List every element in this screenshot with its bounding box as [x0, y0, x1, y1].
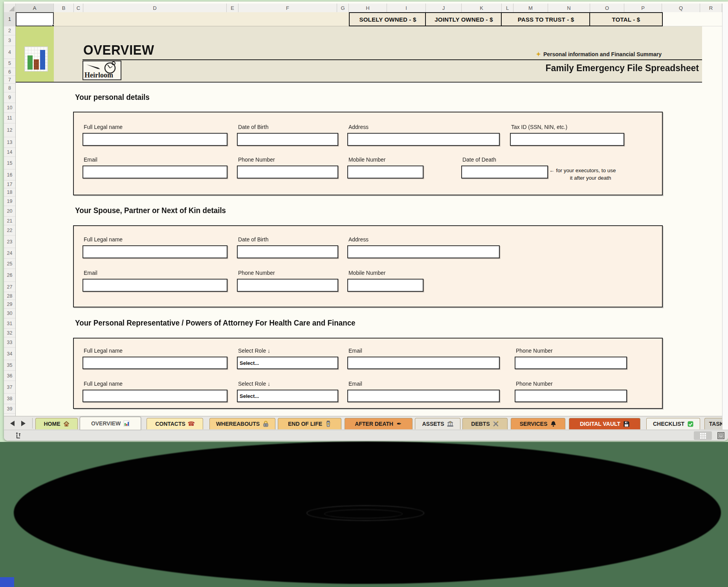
tab-assets[interactable]: ASSETS — [415, 418, 460, 429]
row-header-16[interactable]: 16 — [4, 169, 15, 180]
row-header-12[interactable]: 12 — [4, 123, 15, 137]
row-header-38[interactable]: 38 — [4, 394, 15, 404]
column-header-r[interactable]: R — [700, 4, 722, 12]
row-header-20[interactable]: 20 — [4, 206, 15, 217]
row-header-39[interactable]: 39 — [4, 404, 15, 414]
row-header-18[interactable]: 18 — [4, 188, 15, 197]
text-input-date-of-death[interactable] — [461, 166, 548, 178]
row-header-9[interactable]: 9 — [4, 92, 15, 103]
row-header-32[interactable]: 32 — [4, 329, 15, 337]
row1-blank-cells[interactable] — [54, 12, 349, 26]
tab-debts[interactable]: DEBTS — [462, 418, 508, 429]
row-header-28[interactable]: 28 — [4, 292, 15, 300]
column-header-e[interactable]: E — [227, 4, 238, 12]
tab-contacts[interactable]: CONTACTS☎ — [147, 418, 203, 429]
column-header-p[interactable]: P — [624, 4, 662, 12]
text-input-full-legal-name[interactable] — [83, 390, 227, 402]
financial-header-3[interactable]: TOTAL - $ — [589, 12, 663, 26]
tab-checklist[interactable]: CHECKLIST — [646, 418, 700, 429]
row-header-29[interactable]: 29 — [4, 300, 15, 309]
role-select-dropdown[interactable]: Select... — [237, 390, 338, 402]
column-header-i[interactable]: I — [387, 4, 426, 12]
vertical-scrollbar[interactable] — [722, 4, 728, 430]
selected-cell-a1[interactable] — [16, 12, 54, 26]
normal-view-button[interactable] — [694, 431, 712, 440]
column-header-h[interactable]: H — [349, 4, 387, 12]
column-header-l[interactable]: L — [502, 4, 513, 12]
text-input-full-legal-name[interactable] — [83, 245, 227, 258]
row1-trailing-cells[interactable] — [663, 12, 722, 26]
column-header-f[interactable]: F — [238, 4, 337, 12]
text-input-address[interactable] — [347, 245, 500, 258]
column-header-n[interactable]: N — [548, 4, 590, 12]
row-header-3[interactable]: 3 — [4, 35, 15, 46]
row-header-4[interactable]: 4 — [4, 46, 15, 59]
tab-services[interactable]: SERVICES — [511, 418, 565, 429]
row-header-33[interactable]: 33 — [4, 337, 15, 348]
row-header-30[interactable]: 30 — [4, 309, 15, 318]
financial-header-1[interactable]: JOINTLY OWNED - $ — [425, 12, 502, 26]
text-input-mobile-number[interactable] — [347, 166, 424, 178]
row-header-23[interactable]: 23 — [4, 236, 15, 248]
row-header-15[interactable]: 15 — [4, 157, 15, 169]
column-header-m[interactable]: M — [513, 4, 548, 12]
row-header-11[interactable]: 11 — [4, 113, 15, 123]
row-header-14[interactable]: 14 — [4, 148, 15, 157]
column-header-o[interactable]: O — [590, 4, 624, 12]
column-header-j[interactable]: J — [426, 4, 462, 12]
row-header-34[interactable]: 34 — [4, 348, 15, 360]
text-input-full-legal-name[interactable] — [83, 133, 227, 146]
row-header-21[interactable]: 21 — [4, 217, 15, 225]
row-header-27[interactable]: 27 — [4, 282, 15, 292]
row-header-26[interactable]: 26 — [4, 269, 15, 282]
text-input-phone-number[interactable] — [237, 166, 338, 178]
text-input-phone-number[interactable] — [515, 357, 627, 369]
text-input-phone-number[interactable] — [515, 390, 627, 402]
tab-overview[interactable]: OVERVIEW — [80, 417, 141, 430]
row-header-6[interactable]: 6 — [4, 68, 15, 76]
text-input-full-legal-name[interactable] — [83, 357, 227, 369]
text-input-email[interactable] — [83, 279, 227, 292]
column-header-d[interactable]: D — [83, 4, 227, 12]
column-header-c[interactable]: C — [74, 4, 83, 12]
financial-header-2[interactable]: PASS TO TRUST - $ — [501, 12, 591, 26]
column-header-g[interactable]: G — [337, 4, 349, 12]
row-header-22[interactable]: 22 — [4, 225, 15, 236]
selection-mode-icon[interactable] — [15, 432, 22, 439]
text-input-date-of-birth[interactable] — [237, 245, 338, 258]
text-input-mobile-number[interactable] — [347, 279, 424, 292]
row-header-25[interactable]: 25 — [4, 259, 15, 269]
text-input-date-of-birth[interactable] — [237, 133, 338, 146]
row-header-24[interactable]: 24 — [4, 248, 15, 259]
tabs-scroll-left-button[interactable] — [10, 421, 15, 426]
row-header-35[interactable]: 35 — [4, 360, 15, 371]
text-input-phone-number[interactable] — [237, 279, 338, 292]
tab-end-of-life[interactable]: END OF LIFE — [278, 418, 341, 429]
row-header-8[interactable]: 8 — [4, 84, 15, 92]
row-header-10[interactable]: 10 — [4, 103, 15, 113]
column-header-b[interactable]: B — [54, 4, 74, 12]
row-header-19[interactable]: 19 — [4, 197, 15, 206]
column-header-k[interactable]: K — [462, 4, 502, 12]
column-header-a[interactable]: A — [16, 4, 54, 12]
tab-after-death[interactable]: AFTER DEATH✒ — [345, 418, 413, 429]
row-header-1[interactable]: 1 — [4, 12, 15, 26]
row-header-17[interactable]: 17 — [4, 180, 15, 188]
row-header-7[interactable]: 7 — [4, 76, 15, 84]
financial-header-0[interactable]: SOLELY OWNED - $ — [349, 12, 427, 26]
row-header-2[interactable]: 2 — [4, 26, 15, 35]
row-header-31[interactable]: 31 — [4, 318, 15, 329]
text-input-email[interactable] — [347, 390, 500, 402]
text-input-address[interactable] — [347, 133, 500, 146]
row-header-37[interactable]: 37 — [4, 381, 15, 394]
row-header-13[interactable]: 13 — [4, 137, 15, 148]
tab-digital-vault[interactable]: DIGITAL VAULT — [569, 418, 640, 429]
text-input-tax-id-ssn-nin-etc[interactable] — [510, 133, 624, 146]
page-layout-view-button[interactable] — [714, 431, 728, 440]
tabs-scroll-right-button[interactable] — [21, 421, 26, 426]
row-header-5[interactable]: 5 — [4, 59, 15, 68]
select-all-corner[interactable] — [4, 4, 16, 12]
tab-home[interactable]: HOME — [35, 418, 78, 429]
column-header-q[interactable]: Q — [662, 4, 700, 12]
text-input-email[interactable] — [83, 166, 227, 178]
